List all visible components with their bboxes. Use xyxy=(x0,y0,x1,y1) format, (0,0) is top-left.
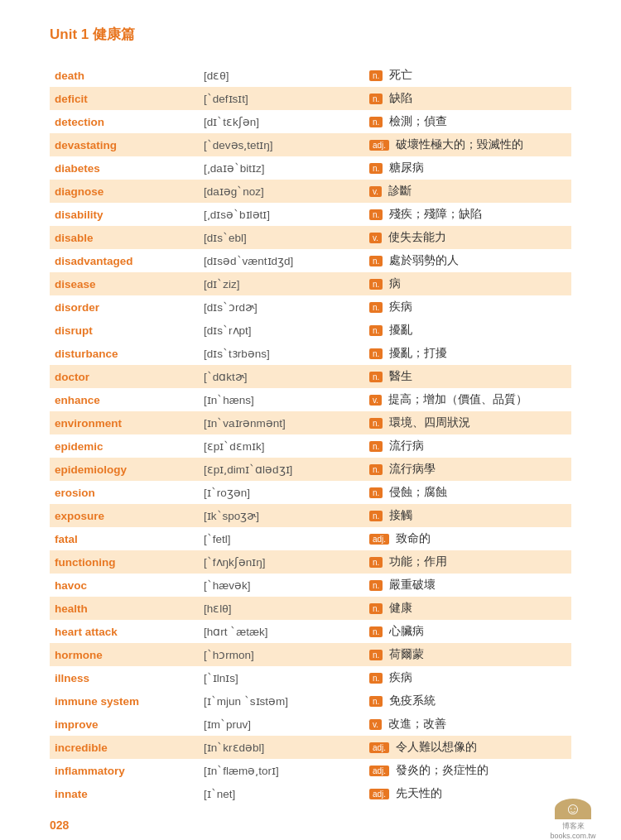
def-cell: n. 心臟病 xyxy=(364,620,571,643)
table-row: devastating[ˋdevəs͵tetɪŋ]adj. 破壞性極大的；毀滅性… xyxy=(50,133,571,156)
pos-tag: n. xyxy=(369,302,383,313)
def-cell: n. 荷爾蒙 xyxy=(364,643,571,666)
pron-cell: [ɪˋnet] xyxy=(199,782,364,805)
def-cell: n. 流行病 xyxy=(364,434,571,458)
table-row: diagnose[daɪəgˋnoz]v. 診斷 xyxy=(50,180,571,203)
pron-cell: [ɪˋroʒən] xyxy=(199,481,364,504)
pos-tag: n. xyxy=(369,256,383,266)
word-cell: inflammatory xyxy=(50,759,199,782)
word-cell: disable xyxy=(50,226,199,249)
pron-cell: [dɪˋtɛkʃən] xyxy=(199,110,364,133)
pron-cell: [ɛpɪ͵dimɪˋɑlədʒɪ] xyxy=(199,458,364,481)
table-row: disable[dɪsˋebl]v. 使失去能力 xyxy=(50,226,571,249)
def-cell: adj. 發炎的；炎症性的 xyxy=(364,759,571,782)
pron-cell: [ˋhɔrmon] xyxy=(199,643,364,666)
table-row: heart attack[hɑrt ˋætæk]n. 心臟病 xyxy=(50,620,571,643)
watermark-text: 博客來books.com.tw xyxy=(550,821,595,840)
def-cell: n. 流行病學 xyxy=(364,458,571,481)
table-row: epidemiology[ɛpɪ͵dimɪˋɑlədʒɪ]n. 流行病學 xyxy=(50,458,571,481)
pos-tag: n. xyxy=(369,511,383,521)
table-row: death[dɛθ]n. 死亡 xyxy=(50,64,571,87)
table-row: disrupt[dɪsˋrʌpt]n. 擾亂 xyxy=(50,319,571,342)
word-cell: illness xyxy=(50,666,199,689)
table-row: doctor[ˋdɑktɚ]n. 醫生 xyxy=(50,365,571,388)
word-cell: health xyxy=(50,597,199,620)
pron-cell: [dɪsədˋvæntɪdʒd] xyxy=(199,249,364,272)
table-row: disturbance[dɪsˋtɜrbəns]n. 擾亂；打擾 xyxy=(50,342,571,365)
word-cell: enhance xyxy=(50,388,199,411)
def-cell: n. 功能；作用 xyxy=(364,550,571,574)
word-cell: hormone xyxy=(50,643,199,666)
table-row: disadvantaged[dɪsədˋvæntɪdʒd]n. 處於弱勢的人 xyxy=(50,249,571,272)
def-cell: n. 疾病 xyxy=(364,295,571,319)
word-cell: exposure xyxy=(50,504,199,527)
pos-tag: n. xyxy=(369,279,383,290)
word-cell: diagnose xyxy=(50,180,199,203)
pron-cell: [daɪəgˋnoz] xyxy=(199,180,364,203)
pos-tag: n. xyxy=(369,650,383,660)
word-cell: improve xyxy=(50,713,199,736)
pron-cell: [ˋdevəs͵tetɪŋ] xyxy=(199,133,364,156)
table-row: havoc[ˋhævək]n. 嚴重破壞 xyxy=(50,574,571,597)
word-cell: disturbance xyxy=(50,342,199,365)
def-cell: v. 診斷 xyxy=(364,180,571,203)
pos-tag: n. xyxy=(369,580,383,591)
word-cell: functioning xyxy=(50,550,199,574)
def-cell: n. 擾亂 xyxy=(364,319,571,342)
table-row: incredible[ɪnˋkrɛdəbl]adj. 令人難以想像的 xyxy=(50,736,571,759)
pron-cell: [͵daɪəˋbitɪz] xyxy=(199,156,364,180)
def-cell: n. 缺陷 xyxy=(364,87,571,110)
pron-cell: [dɪsˋrʌpt] xyxy=(199,319,364,342)
table-row: detection[dɪˋtɛkʃən]n. 檢測；偵查 xyxy=(50,110,571,133)
pron-cell: [dɪˋziz] xyxy=(199,272,364,295)
word-cell: deficit xyxy=(50,87,199,110)
table-row: immune system[ɪˋmjun ˋsɪstəm]n. 免疫系統 xyxy=(50,689,571,713)
pos-tag: v. xyxy=(369,719,382,730)
def-cell: n. 醫生 xyxy=(364,365,571,388)
pron-cell: [ˋdɑktɚ] xyxy=(199,365,364,388)
table-row: exposure[ɪkˋspoʒɚ]n. 接觸 xyxy=(50,504,571,527)
pron-cell: [ɪnˋkrɛdəbl] xyxy=(199,736,364,759)
pos-tag: n. xyxy=(369,325,383,336)
pron-cell: [ɪmˋpruv] xyxy=(199,713,364,736)
pron-cell: [ˋɪlnɪs] xyxy=(199,666,364,689)
pos-tag: n. xyxy=(369,487,383,498)
table-row: innate[ɪˋnet]adj. 先天性的 xyxy=(50,782,571,805)
pron-cell: [hɑrt ˋætæk] xyxy=(199,620,364,643)
def-cell: n. 接觸 xyxy=(364,504,571,527)
word-cell: heart attack xyxy=(50,620,199,643)
table-row: deficit[ˋdefɪsɪt]n. 缺陷 xyxy=(50,87,571,110)
def-cell: adj. 致命的 xyxy=(364,527,571,550)
pron-cell: [ɪkˋspoʒɚ] xyxy=(199,504,364,527)
table-row: diabetes[͵daɪəˋbitɪz]n. 糖尿病 xyxy=(50,156,571,180)
table-row: inflammatory[ɪnˋflæmə͵torɪ]adj. 發炎的；炎症性的 xyxy=(50,759,571,782)
pos-tag: v. xyxy=(369,233,382,243)
pos-tag: n. xyxy=(369,163,383,174)
word-cell: devastating xyxy=(50,133,199,156)
def-cell: n. 健康 xyxy=(364,597,571,620)
def-cell: v. 改進；改善 xyxy=(364,713,571,736)
pron-cell: [͵dɪsəˋbɪlətɪ] xyxy=(199,203,364,226)
word-cell: havoc xyxy=(50,574,199,597)
pos-tag: n. xyxy=(369,117,383,127)
pos-tag: n. xyxy=(369,603,383,614)
table-row: disorder[dɪsˋɔrdɚ]n. 疾病 xyxy=(50,295,571,319)
table-row: disability[͵dɪsəˋbɪlətɪ]n. 殘疾；殘障；缺陷 xyxy=(50,203,571,226)
watermark-logo: ☺ xyxy=(555,799,591,819)
word-cell: disadvantaged xyxy=(50,249,199,272)
def-cell: n. 疾病 xyxy=(364,666,571,689)
pos-tag: n. xyxy=(369,209,383,220)
def-cell: adj. 令人難以想像的 xyxy=(364,736,571,759)
word-cell: doctor xyxy=(50,365,199,388)
def-cell: v. 使失去能力 xyxy=(364,226,571,249)
pos-tag: adj. xyxy=(369,766,389,776)
pos-tag: n. xyxy=(369,464,383,475)
table-row: health[hɛlθ]n. 健康 xyxy=(50,597,571,620)
table-row: epidemic[ɛpɪˋdɛmɪk]n. 流行病 xyxy=(50,434,571,458)
pos-tag: v. xyxy=(369,395,382,406)
pron-cell: [ɪnˋvaɪrənmənt] xyxy=(199,411,364,434)
pron-cell: [ɪnˋflæmə͵torɪ] xyxy=(199,759,364,782)
def-cell: n. 殘疾；殘障；缺陷 xyxy=(364,203,571,226)
word-cell: epidemic xyxy=(50,434,199,458)
def-cell: n. 侵蝕；腐蝕 xyxy=(364,481,571,504)
